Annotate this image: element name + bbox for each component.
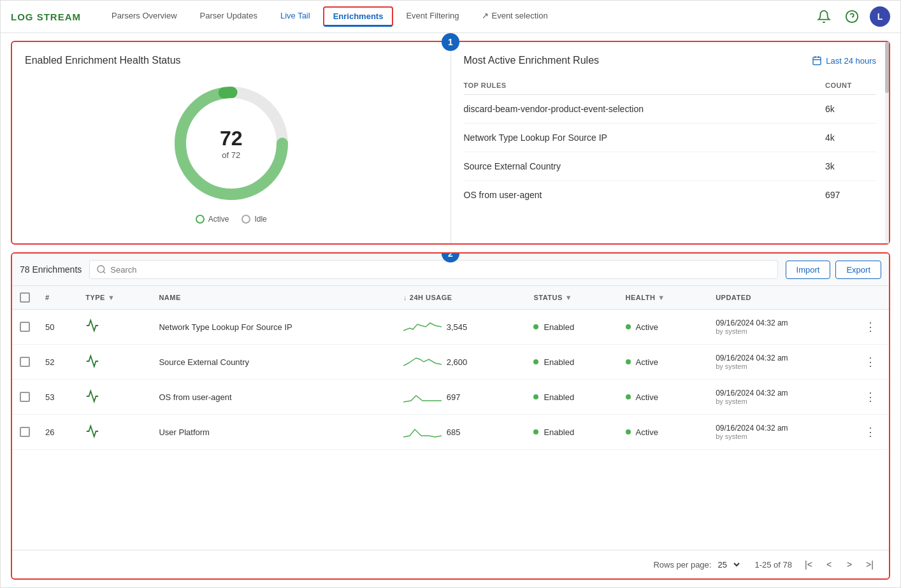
table-footer: Rows per page: 25 50 100 1-25 of 78 |< <… xyxy=(12,550,889,578)
rows-per-page-label: Rows per page: xyxy=(653,560,711,570)
row-4-number: 26 xyxy=(38,415,78,450)
page-last-button[interactable]: >| xyxy=(861,556,879,573)
row-2-more-button[interactable]: ⋮ xyxy=(860,352,881,371)
page-prev-button[interactable]: < xyxy=(820,556,838,573)
table-row[interactable]: 26 User Platform xyxy=(12,415,889,450)
rule-row-2[interactable]: Network Type Lookup For Source IP 4k xyxy=(464,124,877,152)
row-4-usage: 685 xyxy=(396,415,526,450)
row-checkbox-3 xyxy=(12,380,38,415)
help-button[interactable] xyxy=(842,6,862,27)
import-button[interactable]: Import xyxy=(786,261,831,279)
row-3-name: OS from user-agent xyxy=(151,380,395,415)
table-wrapper: # TYPE ▼ NAME ↓ 24 xyxy=(12,286,889,550)
th-updated: UPDATED xyxy=(708,286,852,310)
row-2-health: Active xyxy=(618,345,709,380)
export-button[interactable]: Export xyxy=(835,261,881,279)
rule-row-1[interactable]: discard-beam-vendor-product-event-select… xyxy=(464,95,877,124)
notification-bell-button[interactable] xyxy=(814,6,834,27)
row-1-updated-date: 09/16/2024 04:32 am xyxy=(716,319,844,327)
stats-section: 1 Enabled Enrichment Health Status xyxy=(11,41,890,245)
row-2-health-dot xyxy=(626,359,631,364)
row-2-status: Enabled xyxy=(526,345,617,380)
rules-col-name-header: TOP RULES xyxy=(464,82,826,89)
row-checkbox-2 xyxy=(12,345,38,380)
select-all-checkbox[interactable] xyxy=(20,292,30,303)
sparkline-4 xyxy=(403,424,442,440)
date-range-selector[interactable]: Last 24 hours xyxy=(812,55,876,66)
table-row[interactable]: 50 Network Type Lookup For Source IP xyxy=(12,310,889,345)
tab-event-selection[interactable]: ↗ Event selection xyxy=(472,6,558,27)
health-filter-icon[interactable]: ▼ xyxy=(658,294,665,301)
tab-event-filtering[interactable]: Event Filtering xyxy=(396,6,469,27)
row-2-checkbox[interactable] xyxy=(20,357,30,367)
row-2-number: 52 xyxy=(38,345,78,380)
table-row[interactable]: 53 OS from user-agent xyxy=(12,380,889,415)
enrichments-count: 78 Enrichments xyxy=(20,264,82,275)
row-2-updated-by: by system xyxy=(716,362,844,370)
row-4-more-button[interactable]: ⋮ xyxy=(860,422,881,441)
usage-sort-icon[interactable]: ↓ xyxy=(403,294,407,301)
row-1-health: Active xyxy=(618,310,709,345)
page-next-button[interactable]: > xyxy=(840,556,858,573)
tab-enrichments[interactable]: Enrichments xyxy=(323,6,394,27)
app-title: LOG STREAM xyxy=(11,11,81,22)
th-actions xyxy=(852,286,889,310)
th-type: TYPE ▼ xyxy=(78,286,151,310)
th-usage: ↓ 24H USAGE xyxy=(396,286,526,310)
rule-row-4[interactable]: OS from user-agent 697 xyxy=(464,181,877,209)
toolbar-right: Import Export xyxy=(786,261,881,279)
row-3-health-dot xyxy=(626,394,631,399)
legend-idle-dot xyxy=(241,215,250,224)
th-usage-sort: ↓ 24H USAGE xyxy=(403,294,519,301)
search-input[interactable] xyxy=(110,265,770,275)
row-1-more-button[interactable]: ⋮ xyxy=(860,317,881,336)
svg-point-9 xyxy=(97,266,105,273)
row-3-status-dot xyxy=(533,394,538,399)
legend-active-dot xyxy=(196,215,205,224)
th-status-filter: STATUS ▼ xyxy=(533,294,610,301)
donut-chart: 72 of 72 xyxy=(168,80,295,207)
row-1-health-dot xyxy=(626,324,631,329)
table-header-row: # TYPE ▼ NAME ↓ 24 xyxy=(12,286,889,310)
th-status: STATUS ▼ xyxy=(526,286,617,310)
row-3-more-button[interactable]: ⋮ xyxy=(860,387,881,406)
rule-count-1: 6k xyxy=(825,104,876,114)
row-2-type xyxy=(78,345,151,380)
sparkline-1 xyxy=(403,319,442,334)
tab-event-selection-label: Event selection xyxy=(491,11,547,20)
rules-col-count-header: COUNT xyxy=(825,82,876,89)
row-1-usage-value: 3,545 xyxy=(447,322,468,332)
tab-parser-updates[interactable]: Parser Updates xyxy=(190,6,268,27)
table-row[interactable]: 52 Source External Country xyxy=(12,345,889,380)
enrichment-type-icon-3 xyxy=(85,389,99,403)
user-avatar[interactable]: L xyxy=(870,6,890,27)
active-rules-title: Most Active Enrichment Rules xyxy=(464,55,600,66)
row-2-actions: ⋮ xyxy=(852,345,889,380)
rule-row-3[interactable]: Source External Country 3k xyxy=(464,152,877,181)
row-1-checkbox[interactable] xyxy=(20,322,30,332)
tab-parsers-overview[interactable]: Parsers Overview xyxy=(101,6,187,27)
legend-active: Active xyxy=(196,215,229,224)
type-filter-icon[interactable]: ▼ xyxy=(108,294,115,301)
rule-name-1: discard-beam-vendor-product-event-select… xyxy=(464,104,826,114)
search-icon xyxy=(96,264,106,275)
row-3-updated-by: by system xyxy=(716,398,844,405)
row-3-checkbox[interactable] xyxy=(20,392,30,402)
scrollbar-track xyxy=(885,42,889,243)
rule-name-2: Network Type Lookup For Source IP xyxy=(464,133,826,143)
legend-idle-label: Idle xyxy=(254,215,266,224)
svg-line-10 xyxy=(103,271,105,273)
page-first-button[interactable]: |< xyxy=(800,556,818,573)
th-number: # xyxy=(38,286,78,310)
sparkline-3 xyxy=(403,389,442,405)
table-head: # TYPE ▼ NAME ↓ 24 xyxy=(12,286,889,310)
enrichments-table: # TYPE ▼ NAME ↓ 24 xyxy=(12,286,889,450)
rule-count-3: 3k xyxy=(825,161,876,171)
row-4-checkbox[interactable] xyxy=(20,427,30,437)
row-3-updated: 09/16/2024 04:32 am by system xyxy=(708,380,852,415)
rows-per-page-select[interactable]: 25 50 100 xyxy=(715,559,742,570)
tab-live-tail[interactable]: Live Tail xyxy=(270,6,321,27)
scrollbar-thumb[interactable] xyxy=(885,42,889,93)
row-4-updated-date: 09/16/2024 04:32 am xyxy=(716,424,844,433)
status-filter-icon[interactable]: ▼ xyxy=(565,294,572,301)
